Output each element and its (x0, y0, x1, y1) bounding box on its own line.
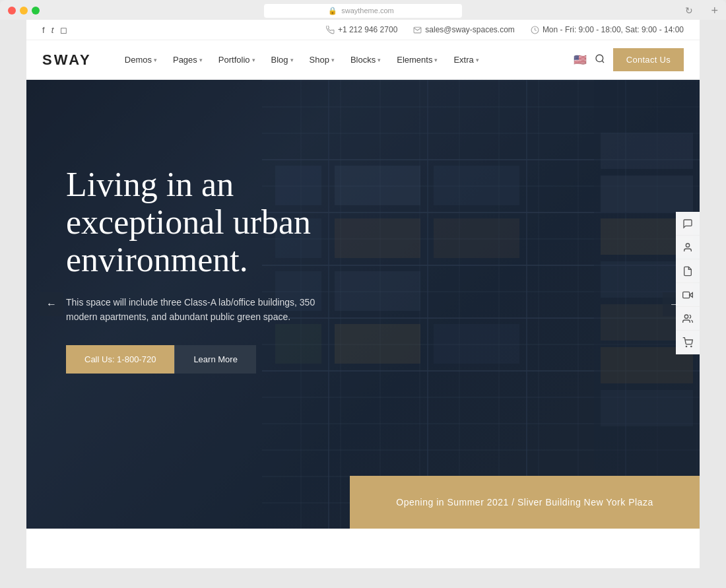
hero-buttons: Call Us: 1-800-720 Learn More (66, 345, 396, 374)
chat-widget-icon[interactable] (676, 212, 700, 236)
browser-chrome: 🔒 swaytheme.com ↻ + (0, 0, 726, 20)
nav-portfolio-label: Portfolio (218, 55, 250, 65)
document-icon[interactable] (676, 259, 700, 283)
instagram-icon[interactable]: ◻ (60, 25, 67, 35)
chevron-down-icon: ▾ (434, 57, 438, 63)
learn-more-button[interactable]: Learn More (174, 345, 255, 374)
cart-icon[interactable] (676, 331, 700, 354)
facebook-icon[interactable]: f (42, 25, 45, 35)
phone-number: +1 212 946 2700 (338, 25, 397, 34)
svg-point-6 (684, 315, 688, 318)
svg-line-2 (602, 61, 604, 63)
search-icon[interactable] (595, 53, 605, 67)
chevron-down-icon: ▾ (154, 57, 157, 63)
lock-icon: 🔒 (328, 7, 337, 15)
email-icon (413, 26, 422, 34)
svg-marker-4 (690, 292, 693, 297)
minimize-button[interactable] (20, 7, 28, 15)
opening-text: Opening in Summer 2021 / Sliver Building… (396, 497, 653, 507)
svg-rect-5 (683, 292, 690, 298)
nav-blocks-label: Blocks (350, 55, 376, 65)
language-flag-icon[interactable]: 🇺🇸 (574, 53, 587, 66)
phone-info: +1 212 946 2700 (326, 25, 397, 34)
nav-extra-label: Extra (453, 55, 473, 65)
hero-section: Living in an exceptional urban environme… (26, 80, 700, 529)
browser-titlebar: 🔒 swaytheme.com ↻ + (0, 0, 726, 20)
maximize-button[interactable] (32, 7, 40, 15)
topbar: f t ◻ +1 212 946 2700 sales@sway-spaces.… (26, 20, 700, 40)
url-text: swaytheme.com (341, 7, 393, 15)
call-button[interactable]: Call Us: 1-800-720 (66, 345, 174, 374)
hero-content: Living in an exceptional urban environme… (66, 166, 396, 374)
svg-point-1 (596, 55, 603, 62)
address-bar[interactable]: 🔒 swaytheme.com (264, 4, 462, 18)
nav-blog[interactable]: Blog ▾ (265, 49, 300, 70)
logo[interactable]: SWAY (42, 51, 92, 69)
nav-pages-label: Pages (173, 55, 197, 65)
chevron-down-icon: ▾ (252, 57, 255, 63)
account-icon[interactable] (676, 236, 700, 259)
business-hours: Mon - Fri: 9:00 - 18:00, Sat: 9:00 - 14:… (543, 25, 684, 34)
chevron-down-icon: ▾ (199, 57, 203, 63)
arrow-left-icon: ← (46, 298, 57, 310)
video-icon[interactable] (676, 283, 700, 307)
nav-extra[interactable]: Extra ▾ (447, 49, 485, 70)
sidebar-widget-panel (676, 212, 700, 354)
chevron-down-icon: ▾ (378, 57, 381, 63)
nav-elements-label: Elements (397, 55, 432, 65)
nav-demos-label: Demos (125, 55, 152, 65)
users-icon[interactable] (676, 307, 700, 331)
close-button[interactable] (8, 7, 16, 15)
nav-portfolio[interactable]: Portfolio ▾ (212, 49, 262, 70)
nav-shop-label: Shop (310, 55, 329, 65)
nav-blog-label: Blog (271, 55, 288, 65)
new-tab-button[interactable]: + (711, 4, 718, 18)
nav-shop[interactable]: Shop ▾ (303, 49, 341, 70)
contact-button[interactable]: Contact Us (613, 48, 684, 71)
reload-button[interactable]: ↻ (685, 5, 693, 16)
svg-point-3 (686, 244, 689, 247)
nav-menu: Demos ▾ Pages ▾ Portfolio ▾ Blog ▾ Shop … (118, 49, 574, 70)
nav-blocks[interactable]: Blocks ▾ (344, 49, 387, 70)
prev-slide-button[interactable]: ← (40, 292, 63, 316)
chevron-down-icon: ▾ (331, 57, 335, 63)
website-container: f t ◻ +1 212 946 2700 sales@sway-spaces.… (26, 20, 700, 568)
twitter-icon[interactable]: t (51, 25, 54, 35)
svg-point-7 (686, 346, 686, 346)
phone-icon (326, 26, 335, 34)
hero-description: This space will include three Class-A la… (66, 295, 317, 325)
email-address: sales@sway-spaces.com (425, 25, 515, 34)
navbar: SWAY Demos ▾ Pages ▾ Portfolio ▾ Blog ▾ … (26, 40, 700, 80)
clock-icon (531, 26, 539, 34)
chevron-down-icon: ▾ (290, 57, 294, 63)
hero-title: Living in an exceptional urban environme… (66, 166, 396, 279)
email-info: sales@sway-spaces.com (413, 25, 515, 34)
nav-actions: 🇺🇸 Contact Us (574, 48, 684, 71)
opening-banner: Opening in Summer 2021 / Sliver Building… (350, 476, 700, 529)
chevron-down-icon: ▾ (476, 57, 479, 63)
nav-pages[interactable]: Pages ▾ (166, 49, 209, 70)
hours-info: Mon - Fri: 9:00 - 18:00, Sat: 9:00 - 14:… (531, 25, 684, 34)
social-icons: f t ◻ (42, 25, 67, 35)
nav-demos[interactable]: Demos ▾ (118, 49, 164, 70)
nav-elements[interactable]: Elements ▾ (390, 49, 444, 70)
svg-point-8 (691, 346, 692, 346)
